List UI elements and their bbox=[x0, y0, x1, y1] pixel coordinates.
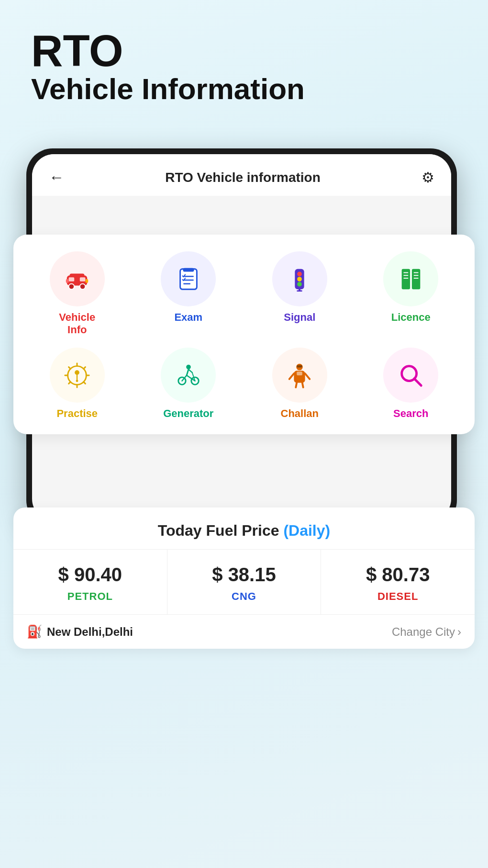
back-button[interactable]: ← bbox=[49, 169, 64, 186]
svg-point-16 bbox=[297, 282, 302, 286]
change-city-label: Change City bbox=[392, 625, 455, 639]
generator-icon-circle bbox=[161, 348, 216, 403]
svg-rect-18 bbox=[297, 290, 302, 292]
svg-rect-4 bbox=[69, 277, 75, 282]
svg-rect-7 bbox=[86, 279, 89, 283]
challan-icon-circle bbox=[272, 348, 327, 403]
vehicle-info-icon-circle bbox=[50, 251, 105, 306]
generator-icon bbox=[175, 361, 202, 389]
svg-rect-9 bbox=[183, 268, 194, 271]
practise-icon-circle bbox=[50, 348, 105, 403]
menu-grid: VehicleInfo Exam bbox=[25, 251, 463, 420]
practise-icon bbox=[63, 361, 91, 389]
exam-label: Exam bbox=[174, 311, 202, 324]
signal-icon bbox=[286, 265, 313, 293]
diesel-col: $ 80.73 DIESEL bbox=[321, 550, 475, 614]
signal-label: Signal bbox=[284, 311, 315, 324]
svg-point-15 bbox=[297, 277, 302, 282]
diesel-label: DIESEL bbox=[326, 590, 470, 603]
signal-icon-circle bbox=[272, 251, 327, 306]
svg-rect-19 bbox=[401, 269, 410, 289]
search-icon-circle bbox=[383, 348, 438, 403]
licence-icon-circle bbox=[383, 251, 438, 306]
search-label: Search bbox=[393, 407, 428, 420]
svg-line-45 bbox=[189, 369, 192, 372]
svg-line-42 bbox=[187, 369, 189, 375]
menu-item-generator[interactable]: Generator bbox=[137, 348, 241, 420]
petrol-col: $ 90.40 PETROL bbox=[13, 550, 167, 614]
svg-line-36 bbox=[69, 382, 71, 383]
petrol-amount: $ 90.40 bbox=[18, 564, 162, 586]
menu-item-exam[interactable]: Exam bbox=[137, 251, 241, 336]
svg-rect-6 bbox=[66, 279, 69, 283]
generator-label: Generator bbox=[163, 407, 213, 420]
petrol-label: PETROL bbox=[18, 590, 162, 603]
settings-icon[interactable]: ⚙ bbox=[421, 169, 434, 186]
app-title-rto: RTO bbox=[31, 29, 305, 73]
cng-label: CNG bbox=[172, 590, 316, 603]
cng-col: $ 38.15 CNG bbox=[167, 550, 322, 614]
challan-icon bbox=[286, 361, 313, 389]
city-name: New Delhi,Delhi bbox=[47, 625, 133, 639]
svg-rect-20 bbox=[412, 269, 420, 289]
app-bar-title: RTO Vehicle information bbox=[165, 170, 321, 185]
svg-point-2 bbox=[69, 283, 75, 289]
svg-line-35 bbox=[84, 367, 86, 369]
svg-rect-8 bbox=[180, 269, 197, 289]
svg-point-38 bbox=[76, 380, 78, 382]
menu-item-challan[interactable]: Challan bbox=[248, 348, 352, 420]
fuel-footer: ⛽ New Delhi,Delhi Change City › bbox=[13, 614, 475, 649]
svg-line-51 bbox=[305, 373, 310, 379]
svg-line-53 bbox=[302, 383, 303, 387]
vehicle-info-icon bbox=[63, 265, 91, 293]
diesel-amount: $ 80.73 bbox=[326, 564, 470, 586]
svg-rect-5 bbox=[80, 277, 86, 282]
exam-icon-circle bbox=[161, 251, 216, 306]
change-city-button[interactable]: Change City › bbox=[392, 625, 461, 639]
svg-line-56 bbox=[414, 378, 421, 385]
app-title-subtitle: Vehicle Information bbox=[31, 73, 305, 105]
menu-card: VehicleInfo Exam bbox=[13, 235, 475, 434]
practise-label: Practise bbox=[56, 407, 98, 420]
fuel-price-title: Today Fuel Price (Daily) bbox=[13, 507, 475, 549]
exam-icon bbox=[175, 265, 202, 293]
licence-label: Licence bbox=[391, 311, 431, 324]
licence-icon bbox=[397, 265, 425, 293]
chevron-right-icon: › bbox=[457, 625, 461, 639]
fuel-station-icon: ⛽ bbox=[27, 624, 42, 639]
menu-item-search[interactable]: Search bbox=[359, 348, 463, 420]
search-icon bbox=[397, 361, 425, 389]
fuel-price-card: Today Fuel Price (Daily) $ 90.40 PETROL … bbox=[13, 507, 475, 649]
svg-line-52 bbox=[296, 383, 297, 387]
svg-line-33 bbox=[69, 367, 71, 369]
svg-line-34 bbox=[84, 382, 86, 383]
app-bar: ← RTO Vehicle information ⚙ bbox=[32, 154, 451, 196]
svg-point-3 bbox=[80, 283, 86, 289]
cng-amount: $ 38.15 bbox=[172, 564, 316, 586]
menu-item-signal[interactable]: Signal bbox=[248, 251, 352, 336]
svg-rect-54 bbox=[297, 372, 302, 375]
svg-rect-48 bbox=[297, 365, 302, 367]
svg-point-28 bbox=[75, 370, 79, 375]
challan-label: Challan bbox=[281, 407, 319, 420]
svg-point-14 bbox=[297, 271, 302, 276]
header-section: RTO Vehicle Information bbox=[31, 29, 305, 105]
menu-item-vehicle-info[interactable]: VehicleInfo bbox=[25, 251, 129, 336]
svg-line-50 bbox=[289, 373, 294, 379]
menu-item-licence[interactable]: Licence bbox=[359, 251, 463, 336]
menu-item-practise[interactable]: Practise bbox=[25, 348, 129, 420]
fuel-prices-row: $ 90.40 PETROL $ 38.15 CNG $ 80.73 DIESE… bbox=[13, 549, 475, 614]
city-info: ⛽ New Delhi,Delhi bbox=[27, 624, 133, 639]
vehicle-info-label: VehicleInfo bbox=[59, 311, 95, 336]
